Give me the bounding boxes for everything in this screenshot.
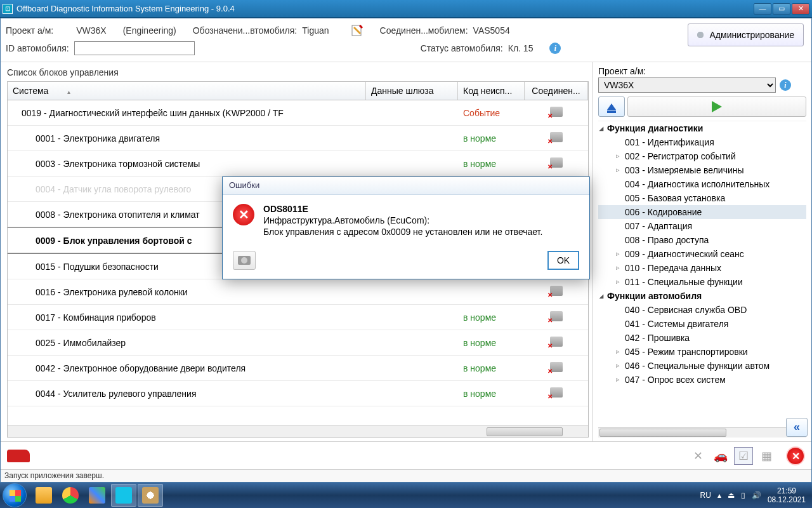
col-fault[interactable]: Код неисп...	[458, 82, 525, 100]
tree-item[interactable]: 045 - Режим транспортировки	[598, 345, 806, 359]
tree-item[interactable]: 004 - Диагностика исполнительных	[598, 177, 806, 191]
start-button[interactable]	[3, 483, 27, 507]
table-row[interactable]: 0025 - Иммобилайзерв норме	[8, 330, 588, 356]
dialog-text: ODS8011E Инфраструктура.Автомобиль (EcuC…	[263, 204, 542, 238]
cell-connection	[525, 330, 588, 355]
error-dialog: Ошибки ✕ ODS8011E Инфраструктура.Автомоб…	[222, 177, 590, 279]
vehicle-status-value: Кл. 15	[508, 43, 534, 53]
tree-item[interactable]: 007 - Адаптация	[598, 219, 806, 233]
screenshot-button[interactable]	[233, 251, 256, 270]
admin-button[interactable]: Администрирование	[688, 23, 804, 46]
minimize-button[interactable]: —	[754, 3, 771, 15]
window-titlebar: ⊡ Offboard Diagnostic Information System…	[0, 0, 812, 18]
car-icon[interactable]	[7, 450, 30, 462]
col-system[interactable]: Система▴	[8, 82, 366, 100]
h-scroll-thumb[interactable]	[487, 427, 563, 436]
tree-h-scrollbar[interactable]	[598, 427, 806, 438]
dialog-title: Ошибки	[223, 177, 589, 195]
cell-fault: в норме	[458, 357, 525, 380]
table-row[interactable]: 0017 - Комбинация приборовв норме	[8, 305, 588, 330]
cell-gateway	[366, 337, 458, 349]
col-connection[interactable]: Соединен...	[525, 82, 588, 100]
tree-item[interactable]: 046 - Специальные функции автом	[598, 359, 806, 373]
exit-button[interactable]: ✕	[786, 446, 805, 465]
app1-icon	[89, 487, 105, 504]
tray-up-icon[interactable]: ▴	[717, 491, 721, 500]
tray-clock[interactable]: 21:59 08.12.2021	[768, 486, 806, 504]
window-close-button[interactable]: ✕	[792, 3, 809, 15]
tree-item[interactable]: 040 - Сервисная служба OBD	[598, 303, 806, 317]
tree-item[interactable]: 047 - Опрос всех систем	[598, 373, 806, 387]
play-button[interactable]	[627, 97, 806, 117]
error-code: ODS8011E	[263, 204, 542, 214]
cell-fault: Событие	[458, 102, 525, 124]
info-icon[interactable]: i	[549, 43, 561, 54]
table-row[interactable]: 0019 - Диагностический интерфейс шин дан…	[8, 100, 588, 126]
tree-item[interactable]: 011 - Специальные функции	[598, 275, 806, 289]
tree-item[interactable]: 009 - Диагностический сеанс	[598, 247, 806, 261]
table-row[interactable]: 0042 - Электронное оборудование двери во…	[8, 356, 588, 381]
cell-fault	[458, 286, 525, 298]
task-paint[interactable]	[138, 484, 163, 507]
odis-icon	[115, 487, 132, 504]
project-select[interactable]: VW36X	[598, 77, 776, 93]
ok-button[interactable]: OK	[547, 251, 579, 270]
tree-item[interactable]: 008 - Право доступа	[598, 233, 806, 247]
tree-item[interactable]: 010 - Передача данных	[598, 261, 806, 275]
cell-system: 0017 - Комбинация приборов	[8, 306, 366, 329]
vehicle-desig-value: Tiguan	[302, 25, 329, 36]
app-icon: ⊡	[3, 4, 13, 14]
cell-connection	[525, 279, 588, 304]
camera-icon	[238, 256, 251, 265]
connection-label: Соединен...мобилем:	[380, 25, 468, 36]
task-odis[interactable]	[111, 484, 136, 507]
list-view-button[interactable]: ☑	[734, 447, 753, 465]
tree-item[interactable]: 041 - Системы двигателя	[598, 317, 806, 331]
cell-connection	[525, 381, 588, 406]
tray-network-icon[interactable]: ▯	[741, 491, 745, 500]
tray-usb-icon[interactable]: ⏏	[728, 491, 735, 500]
task-app1[interactable]	[84, 484, 110, 507]
window-title: Offboard Diagnostic Information System E…	[16, 4, 754, 13]
maximize-button[interactable]: ▭	[773, 3, 790, 15]
tree-item[interactable]: 001 - Идентификация	[598, 135, 806, 149]
tray-volume-icon[interactable]: 🔊	[752, 491, 761, 500]
paint-icon	[142, 487, 159, 504]
tree-item[interactable]: 042 - Прошивка	[598, 331, 806, 345]
tree-h-scroll-thumb[interactable]	[599, 429, 726, 437]
task-chrome[interactable]	[58, 484, 83, 507]
tree-item[interactable]: 006 - Кодирование	[598, 205, 806, 219]
tree-group[interactable]: Функции автомобиля	[598, 289, 806, 303]
table-row[interactable]: 0003 - Электроника тормозной системыв но…	[8, 151, 588, 177]
connection-status-icon	[550, 362, 563, 372]
cell-system: 0001 - Электроника двигателя	[8, 127, 366, 150]
tools-button[interactable]: ✕	[688, 447, 707, 465]
tree-item[interactable]: 005 - Базовая установка	[598, 191, 806, 205]
project-label: Проект а/м:	[6, 25, 53, 36]
cell-fault: в норме	[458, 152, 525, 175]
project-info-icon[interactable]: i	[780, 79, 791, 91]
table-row[interactable]: 0001 - Электроника двигателяв норме	[8, 126, 588, 151]
tray-lang[interactable]: RU	[700, 491, 711, 500]
system-tray: RU ▴ ⏏ ▯ 🔊 21:59 08.12.2021	[700, 486, 809, 504]
vehicle-id-input[interactable]	[74, 41, 195, 55]
tree-item[interactable]: 002 - Регистратор событий	[598, 149, 806, 163]
tree-group[interactable]: Функция диагностики	[598, 121, 806, 135]
task-explorer[interactable]	[31, 484, 56, 507]
eject-button[interactable]	[598, 97, 625, 117]
col-gateway[interactable]: Данные шлюза	[366, 82, 458, 100]
collapse-panel-button[interactable]: «	[786, 418, 808, 437]
header-info: Проект а/м: VW36X (Engineering) Обозначе…	[1, 18, 811, 62]
table-row[interactable]: 0016 - Электроника рулевой колонки	[8, 279, 588, 305]
cell-connection	[525, 305, 588, 330]
table-row[interactable]: 0044 - Усилитель рулевого управленияв но…	[8, 381, 588, 406]
edit-vehicle-button[interactable]	[348, 22, 366, 39]
explorer-icon	[36, 487, 52, 504]
vehicle-view-button[interactable]: 🚗	[711, 447, 730, 465]
cell-system: 0016 - Электроника рулевой колонки	[8, 281, 366, 304]
ecu-list-title: Список блоков управления	[7, 67, 589, 77]
grid-view-button[interactable]: ▦	[757, 447, 776, 465]
tree-item[interactable]: 003 - Измеряемые величины	[598, 163, 806, 177]
cell-connection	[525, 356, 588, 380]
h-scrollbar[interactable]	[8, 425, 588, 437]
